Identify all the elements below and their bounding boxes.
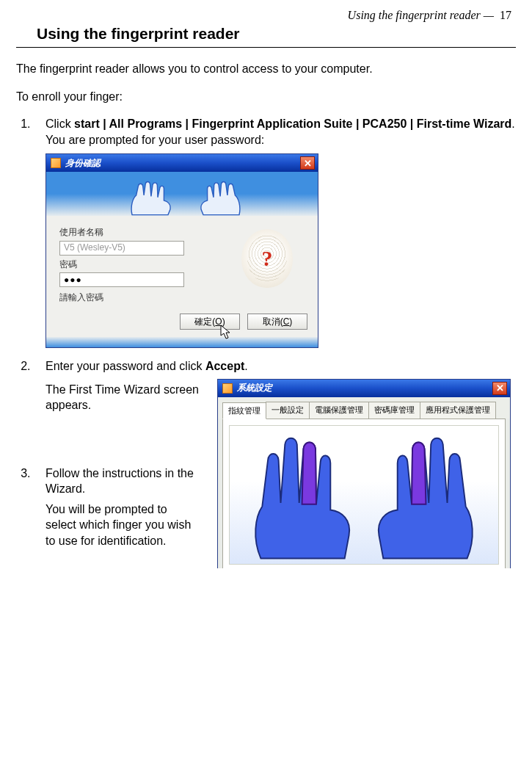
username-label: 使用者名稱 [59,226,227,238]
running-header: Using the fingerprint reader — 17 [16,9,516,23]
step-1: Click start | All Programs | Fingerprint… [34,116,516,348]
enroll-lead: To enroll your finger: [16,89,516,105]
question-mark-icon: ? [262,244,273,274]
hand-icon-left [127,180,178,216]
password-dialog: 身份確認 ✕ 使用者名稱 V5 (Wesley-V5) [45,153,318,348]
step2-bold: Accept [205,360,244,372]
tab-pc-protect[interactable]: 電腦保護管理 [309,402,369,419]
page-number: 17 [500,9,511,21]
big-hand-right[interactable] [368,432,481,559]
password-dialog-titlebar: 身份確認 ✕ [46,154,318,172]
username-field[interactable]: V5 (Wesley-V5) [59,241,184,256]
password-dialog-body: 使用者名稱 V5 (Wesley-V5) 密碼 ●●● 請輸入密碼 ? [46,216,318,309]
intro-paragraph: The fingerprint reader allows you to con… [16,61,516,77]
tab-app-protect[interactable]: 應用程式保護管理 [420,402,496,419]
password-prompt: 請輸入密碼 [59,291,227,303]
dialog-bottom-stripe [46,337,318,347]
page: Using the fingerprint reader — 17 Using … [0,0,532,568]
step1-prefix: Click [45,117,74,130]
step2-left-column: The First Time Wizard screen appears. [45,379,207,416]
step2-sub: The First Time Wizard screen appears. [45,382,207,413]
app-icon [51,158,61,168]
fingerprint-icon: ? [241,229,293,288]
hands-selection-area[interactable] [229,425,499,565]
close-button[interactable]: ✕ [492,382,507,395]
tab-password-db[interactable]: 密碼庫管理 [368,402,420,419]
password-dialog-footer: 確定(O) 取消(C) [46,309,318,337]
step1-bold: start | All Programs | Fingerprint Appli… [74,117,511,130]
password-dialog-title: 身份確認 [65,157,101,169]
tab-fingerprint-mgmt[interactable]: 指紋管理 [222,402,266,420]
big-hand-left[interactable] [247,432,360,559]
steps-list: Click start | All Programs | Fingerprint… [16,116,516,548]
password-field[interactable]: ●●● [59,272,184,287]
wizard-dialog: 系統設定 ✕ 指紋管理 一般設定 電腦保護管理 密碼庫管理 應用程式保護管理 [217,379,511,568]
hand-icon-right [193,180,244,216]
wizard-tab-pane: 繼續建檔或刪除建檔手指 ⚙ ↶ [222,419,506,568]
wizard-titlebar: 系統設定 ✕ [218,380,510,397]
step2-suffix: . [244,360,247,372]
step3-text: Follow the instructions in the Wizard. [45,466,195,497]
ok-button[interactable]: 確定(O) [180,314,240,330]
section-title: Using the fingerprint reader [16,23,516,48]
tab-general[interactable]: 一般設定 [266,402,310,419]
close-button[interactable]: ✕ [300,156,315,170]
running-title: Using the fingerprint reader — [348,9,494,21]
step3-sub: You will be prompted to select which fin… [45,501,195,549]
cancel-button[interactable]: 取消(C) [247,314,307,330]
app-icon [222,383,233,394]
step-3: Follow the instructions in the Wizard. Y… [34,466,195,549]
password-label: 密碼 [59,258,227,270]
password-dialog-banner [46,172,318,216]
wizard-title: 系統設定 [237,382,272,394]
step2-prefix: Enter your password and click [45,360,205,372]
wizard-tabs: 指紋管理 一般設定 電腦保護管理 密碼庫管理 應用程式保護管理 [218,397,510,419]
